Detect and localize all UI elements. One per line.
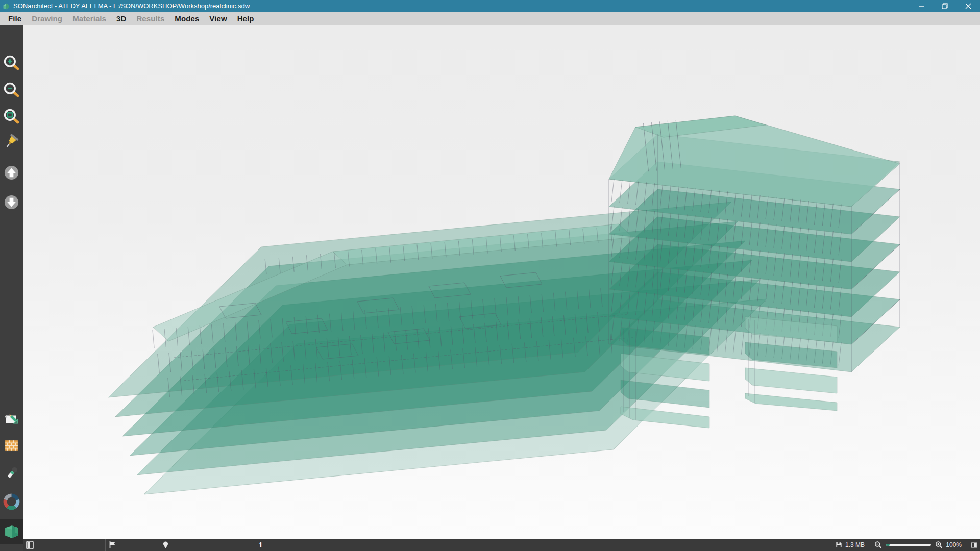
zoom-in-tool-button[interactable] xyxy=(3,54,20,72)
status-info-segment[interactable]: i xyxy=(256,539,832,551)
save-disk-icon xyxy=(836,541,842,548)
minimize-button[interactable] xyxy=(910,0,933,12)
drawing-plan-icon xyxy=(3,411,20,428)
view-3d-mode-button[interactable] xyxy=(3,522,20,540)
arrow-up-circle-icon xyxy=(4,165,19,181)
status-empty-segment xyxy=(37,539,106,551)
menu-results: Results xyxy=(131,12,169,25)
lightbulb-icon xyxy=(162,541,169,549)
menu-drawing: Drawing xyxy=(27,12,67,25)
zoom-slider-fill xyxy=(886,544,890,546)
zoom-slider[interactable] xyxy=(886,544,931,546)
status-bar: i 1.3 MB xyxy=(23,539,980,551)
title-bar: SONarchitect - ATEDY AFELMA - F:/SON/WOR… xyxy=(0,0,980,12)
microphone-icon xyxy=(3,465,20,482)
zoom-window-icon xyxy=(3,108,20,125)
measurement-mode-button[interactable] xyxy=(3,465,20,483)
restore-button[interactable] xyxy=(933,0,957,12)
menu-materials: Materials xyxy=(67,12,111,25)
close-button[interactable] xyxy=(957,0,980,12)
panel-toggle-right-button[interactable] xyxy=(968,539,980,551)
cube-3d-icon xyxy=(3,523,20,540)
status-bulb-segment[interactable] xyxy=(159,539,256,551)
menu-modes[interactable]: Modes xyxy=(169,12,204,25)
menu-view[interactable]: View xyxy=(204,12,232,25)
window-title: SONarchitect - ATEDY AFELMA - F:/SON/WOR… xyxy=(13,2,910,10)
zoom-out-tool-button[interactable] xyxy=(3,81,20,99)
toolbar-separator xyxy=(0,129,23,129)
info-icon: i xyxy=(259,541,262,549)
jackhammer-icon xyxy=(3,133,20,149)
app-window: SONarchitect - ATEDY AFELMA - F:/SON/WOR… xyxy=(0,0,980,551)
window-controls xyxy=(910,0,980,12)
zoom-window-tool-button[interactable] xyxy=(3,108,20,126)
zoom-control-segment: 100% xyxy=(871,539,968,551)
menu-file[interactable]: File xyxy=(3,12,27,25)
zoom-in-icon xyxy=(3,55,20,71)
menu-3d[interactable]: 3D xyxy=(111,12,131,25)
app-logo-icon xyxy=(3,3,10,10)
menu-bar: File Drawing Materials 3D Results Modes … xyxy=(0,12,980,25)
floor-down-tool-button[interactable] xyxy=(3,193,20,211)
menu-help[interactable]: Help xyxy=(232,12,259,25)
zoom-level-value: 100% xyxy=(946,541,962,548)
arrow-down-circle-icon xyxy=(4,194,19,210)
zoom-out-icon xyxy=(3,82,20,98)
demolish-tool-button[interactable] xyxy=(3,132,20,150)
zoom-in-magnifier-icon[interactable] xyxy=(935,541,943,549)
building-3d-model xyxy=(23,25,980,539)
panel-toggle-right-icon xyxy=(971,541,977,549)
flag-icon xyxy=(109,541,116,549)
panel-toggle-left-icon xyxy=(26,541,34,549)
floor-up-tool-button[interactable] xyxy=(3,164,20,182)
file-size-segment: 1.3 MB xyxy=(832,539,871,551)
drawing-mode-button[interactable] xyxy=(3,410,20,428)
zoom-out-magnifier-icon[interactable] xyxy=(874,541,882,549)
materials-mode-button[interactable] xyxy=(3,437,20,455)
brick-wall-icon xyxy=(3,437,20,454)
color-wheel-icon xyxy=(3,493,20,510)
status-flag-segment[interactable] xyxy=(106,539,159,551)
results-mode-button[interactable] xyxy=(3,493,20,511)
left-toolbar xyxy=(0,25,23,551)
3d-viewport[interactable] xyxy=(23,25,980,539)
panel-toggle-left-button[interactable] xyxy=(23,539,37,551)
file-size-value: 1.3 MB xyxy=(845,541,865,548)
